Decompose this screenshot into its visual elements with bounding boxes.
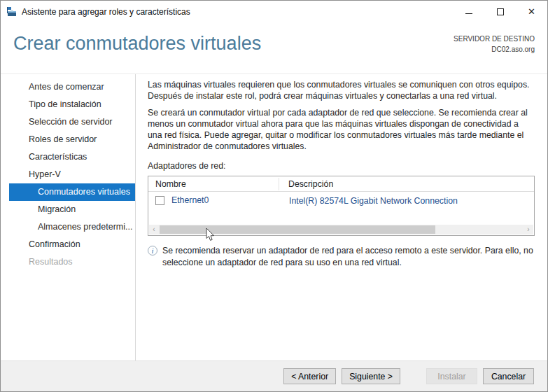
column-header-descripcion[interactable]: Descripción xyxy=(279,179,333,189)
details-paragraph: Se creará un conmutador virtual por cada… xyxy=(148,107,535,152)
wizard-toolbox-icon xyxy=(6,6,17,18)
install-button: Instalar xyxy=(426,368,477,384)
scroll-left-icon[interactable]: ‹ xyxy=(149,225,159,234)
window-title: Asistente para agregar roles y caracterí… xyxy=(22,7,190,17)
adapter-name: Ethernet0 xyxy=(171,195,209,205)
table-row[interactable]: Ethernet0 Intel(R) 82574L Gigabit Networ… xyxy=(148,192,534,209)
wizard-body: Antes de comenzar Tipo de instalación Se… xyxy=(1,74,547,360)
sidebar-item-tipo-de-instalacion[interactable]: Tipo de instalación xyxy=(1,96,135,113)
sidebar-item-almacenes-predeterminados[interactable]: Almacenes predetermi... xyxy=(1,218,135,236)
sidebar-item-migracion[interactable]: Migración xyxy=(1,201,135,218)
close-icon: ✕ xyxy=(528,7,535,16)
cancel-button[interactable]: Cancelar xyxy=(483,368,534,384)
minimize-button[interactable] xyxy=(453,1,484,22)
scrollbar-thumb[interactable] xyxy=(160,225,435,234)
minimize-icon xyxy=(465,13,472,14)
sidebar-item-roles-de-servidor[interactable]: Roles de servidor xyxy=(1,131,135,148)
sidebar-item-seleccion-de-servidor[interactable]: Selección de servidor xyxy=(1,113,135,131)
sidebar-item-hyper-v[interactable]: Hyper-V xyxy=(1,166,135,183)
adapter-checkbox[interactable] xyxy=(155,196,164,205)
recommendation-note: i Se recomienda reservar un adaptador de… xyxy=(148,245,535,269)
window-controls: ✕ xyxy=(453,1,547,22)
wizard-window: Asistente para agregar roles y caracterí… xyxy=(0,0,548,392)
maximize-button[interactable] xyxy=(484,1,516,22)
main-content: Las máquinas virtuales requieren que los… xyxy=(136,74,547,360)
destination-server-label: SERVIDOR DE DESTINO xyxy=(454,34,535,45)
destination-server-block: SERVIDOR DE DESTINO DC02.aso.org xyxy=(454,34,535,74)
previous-button[interactable]: < Anterior xyxy=(283,368,336,384)
scroll-right-icon[interactable]: › xyxy=(524,225,533,234)
column-header-nombre[interactable]: Nombre xyxy=(148,178,279,190)
info-icon: i xyxy=(148,246,157,255)
sidebar-item-resultados: Resultados xyxy=(1,253,135,271)
sidebar-item-conmutadores-virtuales[interactable]: Conmutadores virtuales xyxy=(9,183,135,201)
wizard-steps-sidebar: Antes de comenzar Tipo de instalación Se… xyxy=(1,74,136,360)
sidebar-item-confirmacion[interactable]: Confirmación xyxy=(1,236,135,253)
adapter-description-cell: Intel(R) 82574L Gigabit Network Connecti… xyxy=(280,194,458,206)
network-adapters-label: Adaptadores de red: xyxy=(148,161,535,171)
table-header-row: Nombre Descripción xyxy=(148,176,534,192)
network-adapters-table: Nombre Descripción Ethernet0 Intel(R) 82… xyxy=(148,176,535,236)
maximize-icon xyxy=(497,8,504,15)
next-button[interactable]: Siguiente > xyxy=(342,368,400,384)
destination-server-value: DC02.aso.org xyxy=(454,45,535,55)
note-text: Se recomienda reservar un adaptador de r… xyxy=(162,245,535,269)
wizard-header: Crear conmutadores virtuales SERVIDOR DE… xyxy=(1,22,547,74)
adapter-name-cell: Ethernet0 xyxy=(148,195,280,205)
intro-paragraph: Las máquinas virtuales requieren que los… xyxy=(148,79,535,102)
horizontal-scrollbar[interactable]: ‹ › xyxy=(149,225,533,234)
sidebar-item-antes-de-comenzar[interactable]: Antes de comenzar xyxy=(1,78,135,96)
page-title: Crear conmutadores virtuales xyxy=(13,33,261,74)
title-bar[interactable]: Asistente para agregar roles y caracterí… xyxy=(1,1,547,22)
sidebar-item-caracteristicas[interactable]: Características xyxy=(1,148,135,166)
wizard-footer: < Anterior Siguiente > Instalar Cancelar xyxy=(1,360,547,391)
close-button[interactable]: ✕ xyxy=(516,1,547,22)
adapter-description: Intel(R) 82574L Gigabit Network Connecti… xyxy=(289,196,458,206)
